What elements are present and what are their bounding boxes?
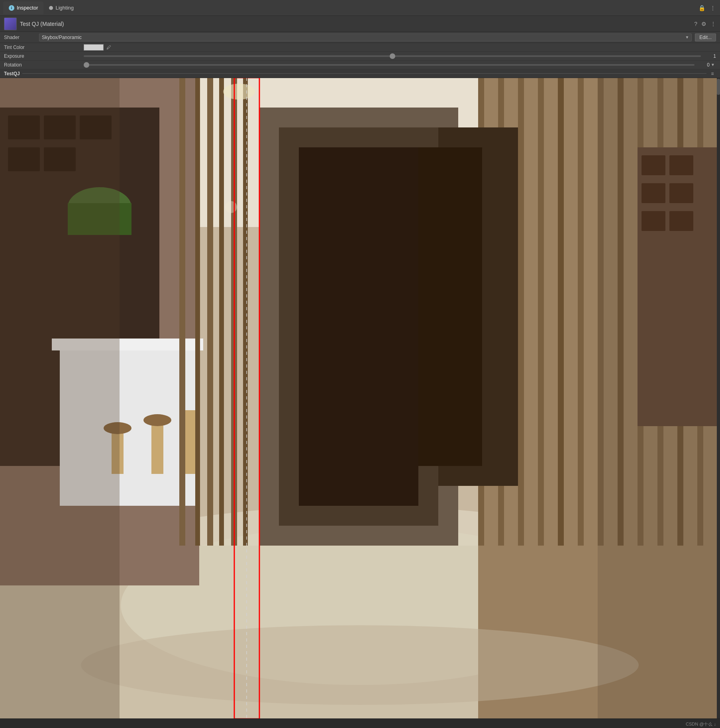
svg-rect-30 — [578, 78, 584, 546]
rotation-slider-track[interactable] — [84, 64, 694, 66]
preview-area — [0, 78, 720, 718]
shader-dropdown[interactable]: Skybox/Panoramic ▼ — [39, 33, 692, 41]
svg-rect-47 — [195, 78, 200, 546]
chevron-down-icon: ▼ — [685, 35, 689, 39]
svg-rect-55 — [0, 78, 120, 718]
rotation-slider-container — [84, 64, 694, 66]
tab-lighting-label: Lighting — [55, 5, 74, 11]
shader-label: Shader — [4, 35, 36, 40]
lock-icon[interactable]: 🔒 — [698, 4, 706, 12]
tab-inspector[interactable]: i Inspector — [3, 2, 43, 14]
overflow-icon[interactable]: ⋮ — [710, 21, 716, 27]
material-thumbnail — [4, 18, 17, 30]
tab-bar-actions: 🔒 ⋮ — [698, 4, 717, 12]
testqj-section-header: TestQJ ≡ — [0, 69, 720, 78]
rotation-value: 0 ▼ — [84, 62, 716, 68]
rotation-value-label: 0 — [698, 62, 710, 68]
tint-color-row: Tint Color 🖊 — [0, 43, 720, 52]
right-scrollbar[interactable] — [717, 78, 720, 718]
help-icon[interactable]: ? — [694, 21, 697, 27]
svg-rect-21 — [151, 418, 163, 474]
exposure-label: Exposure — [4, 53, 84, 59]
exposure-row: Exposure 1 — [0, 52, 720, 61]
exposure-slider-track[interactable] — [84, 55, 701, 57]
svg-rect-56 — [598, 78, 720, 718]
material-header: Test QJ (Material) ? ⚙ ⋮ — [0, 16, 720, 32]
settings-icon[interactable]: ⚙ — [701, 21, 706, 27]
more-options-icon[interactable]: ⋮ — [709, 4, 717, 12]
rotation-chevron-icon: ▼ — [710, 62, 716, 68]
material-header-actions: ? ⚙ ⋮ — [694, 21, 716, 27]
svg-rect-7 — [299, 147, 418, 506]
color-swatch[interactable] — [84, 44, 104, 51]
rotation-slider-thumb[interactable] — [84, 62, 89, 68]
exposure-value-label: 1 — [704, 53, 716, 59]
tab-lighting[interactable]: Lighting — [43, 2, 79, 14]
inspector-icon: i — [9, 5, 14, 11]
section-label: TestQJ — [4, 71, 20, 76]
tint-color-value: 🖊 — [84, 44, 716, 51]
edit-button[interactable]: Edit... — [695, 33, 716, 41]
exposure-value: 1 — [84, 53, 716, 59]
rotation-label: Rotation — [4, 62, 84, 68]
status-bar: CSDN @十么 ↓ — [0, 718, 720, 728]
room-scene-svg — [0, 78, 720, 718]
svg-rect-48 — [207, 78, 213, 546]
exposure-slider-container — [84, 55, 701, 57]
svg-rect-46 — [179, 78, 185, 546]
svg-rect-45 — [418, 147, 482, 466]
material-name: Test QJ (Material) — [20, 21, 64, 27]
status-text: CSDN @十么 ↓ — [686, 721, 716, 727]
svg-rect-27 — [518, 78, 524, 546]
svg-rect-49 — [219, 78, 224, 546]
shader-row: Shader Skybox/Panoramic ▼ Edit... — [0, 32, 720, 43]
tab-bar: i Inspector Lighting 🔒 ⋮ — [0, 0, 720, 16]
svg-point-54 — [81, 625, 639, 705]
svg-point-53 — [225, 201, 237, 213]
svg-point-22 — [143, 414, 171, 426]
tint-color-label: Tint Color — [4, 45, 84, 50]
exposure-slider-thumb[interactable] — [390, 53, 395, 59]
section-divider — [22, 73, 706, 74]
rotation-row: Rotation 0 ▼ — [0, 61, 720, 69]
scrollbar-thumb[interactable] — [717, 79, 720, 95]
lighting-icon — [49, 6, 53, 10]
eyedropper-icon[interactable]: 🖊 — [105, 44, 112, 51]
shader-value: Skybox/Panoramic — [42, 35, 82, 40]
svg-rect-28 — [538, 78, 544, 546]
svg-rect-51 — [243, 78, 248, 546]
section-menu-icon[interactable]: ≡ — [709, 70, 716, 77]
tab-inspector-label: Inspector — [17, 5, 38, 11]
svg-rect-29 — [558, 78, 564, 546]
svg-point-52 — [223, 84, 255, 100]
